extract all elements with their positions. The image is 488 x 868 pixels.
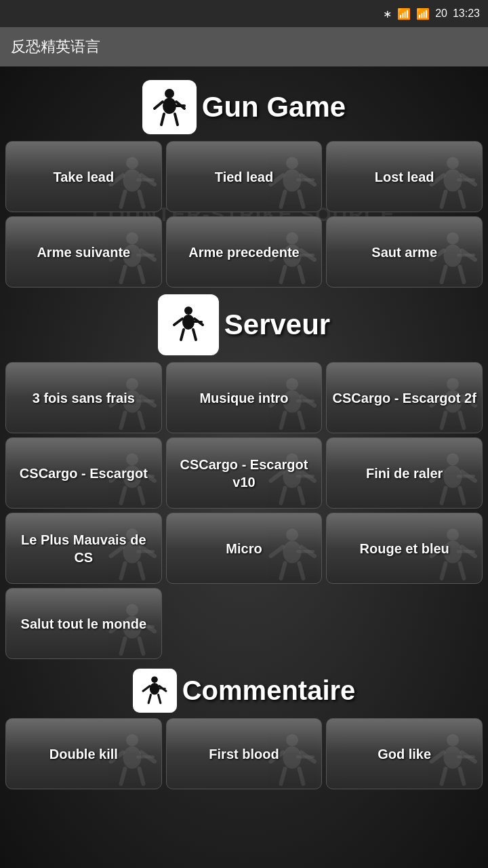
cscargo-2f-button[interactable]: CSCargo - Escargot 2f bbox=[326, 362, 483, 433]
svg-line-144 bbox=[281, 769, 285, 785]
gun-game-row1: Take lead Tied lead bbox=[5, 141, 483, 212]
saut-arme-label: Saut arme bbox=[366, 238, 443, 267]
first-blood-label: First blood bbox=[203, 740, 284, 768]
svg-line-32 bbox=[121, 267, 125, 283]
svg-rect-139 bbox=[136, 755, 155, 759]
svg-rect-146 bbox=[296, 755, 314, 759]
cscargo-v10-label: CSCargo - Escargot v10 bbox=[167, 450, 322, 496]
bluetooth-icon: ∗ bbox=[383, 7, 392, 20]
svg-line-47 bbox=[460, 267, 464, 283]
gun-game-header: Gun Game bbox=[5, 80, 483, 134]
gun-game-title: Gun Game bbox=[202, 91, 346, 123]
salut-tout-button[interactable]: Salut tout le monde bbox=[5, 588, 162, 659]
commentaire-header: Commentaire bbox=[5, 669, 483, 713]
svg-line-74 bbox=[442, 413, 446, 429]
commentaire-row1: Double kill First blood bbox=[5, 718, 483, 789]
svg-rect-13 bbox=[136, 178, 155, 182]
commentaire-title: Commentaire bbox=[182, 675, 356, 706]
svg-rect-118 bbox=[457, 550, 475, 553]
cscargo-escargot-label: CSCargo - Escargot bbox=[14, 459, 153, 488]
main-content: Gun Game COUNTER-STRIKE SOURCE Take lead bbox=[0, 66, 488, 868]
svg-line-26 bbox=[460, 192, 464, 208]
svg-line-60 bbox=[121, 413, 125, 429]
arme-precedente-button[interactable]: Arme precedente bbox=[166, 216, 323, 288]
svg-rect-111 bbox=[296, 550, 314, 553]
take-lead-button[interactable]: Take lead bbox=[5, 141, 162, 212]
svg-point-105 bbox=[286, 529, 298, 541]
svg-line-40 bbox=[300, 267, 304, 283]
svg-point-91 bbox=[447, 454, 459, 466]
musique-intro-button[interactable]: Musique intro bbox=[166, 362, 323, 433]
trois-fois-label: 3 fois sans frais bbox=[27, 384, 140, 412]
battery-level: 20 bbox=[435, 7, 447, 20]
svg-line-75 bbox=[460, 413, 464, 429]
le-plus-mauvais-label: Le Plus Mauvais de CS bbox=[6, 526, 161, 572]
god-like-button[interactable]: God like bbox=[326, 718, 483, 789]
micro-button[interactable]: Micro bbox=[166, 513, 323, 584]
svg-point-7 bbox=[126, 157, 138, 170]
svg-line-46 bbox=[442, 267, 446, 283]
svg-rect-27 bbox=[457, 178, 475, 182]
svg-line-138 bbox=[139, 769, 143, 785]
svg-rect-6 bbox=[172, 104, 186, 107]
cscargo-v10-button[interactable]: CSCargo - Escargot v10 bbox=[166, 437, 323, 509]
svg-line-25 bbox=[442, 192, 446, 208]
svg-rect-69 bbox=[296, 399, 314, 403]
commentaire-icon bbox=[133, 669, 177, 713]
svg-line-116 bbox=[442, 564, 446, 579]
svg-line-145 bbox=[300, 769, 304, 785]
le-plus-mauvais-button[interactable]: Le Plus Mauvais de CS bbox=[5, 513, 162, 584]
rouge-et-bleu-button[interactable]: Rouge et bleu bbox=[326, 513, 483, 584]
tied-lead-button[interactable]: Tied lead bbox=[166, 141, 323, 212]
arme-suivante-button[interactable]: Arme suivante bbox=[5, 216, 162, 288]
serveur-header: Serveur bbox=[5, 294, 483, 355]
svg-line-39 bbox=[281, 267, 285, 283]
trois-fois-button[interactable]: 3 fois sans frais bbox=[5, 362, 162, 433]
svg-rect-153 bbox=[457, 755, 475, 759]
saut-arme-button[interactable]: Saut arme bbox=[326, 216, 483, 288]
arme-precedente-label: Arme precedente bbox=[183, 238, 304, 267]
svg-rect-34 bbox=[136, 254, 155, 257]
musique-intro-label: Musique intro bbox=[194, 384, 293, 412]
svg-point-147 bbox=[447, 734, 459, 747]
first-blood-button[interactable]: First blood bbox=[166, 718, 323, 789]
svg-point-21 bbox=[447, 157, 459, 170]
rouge-et-bleu-label: Rouge et bleu bbox=[354, 534, 455, 563]
fini-de-raler-label: Fini de raler bbox=[361, 459, 448, 488]
svg-line-110 bbox=[300, 564, 304, 579]
svg-rect-97 bbox=[457, 475, 475, 478]
svg-line-82 bbox=[139, 488, 143, 504]
god-like-label: God like bbox=[372, 740, 436, 768]
serveur-row4: Salut tout le monde bbox=[5, 588, 483, 659]
svg-line-107 bbox=[271, 547, 283, 557]
gun-game-icon bbox=[142, 80, 197, 134]
svg-line-109 bbox=[281, 564, 285, 579]
svg-line-130 bbox=[148, 694, 150, 703]
lost-lead-label: Lost lead bbox=[369, 163, 440, 191]
svg-point-42 bbox=[447, 233, 459, 245]
signal-icon: 📶 bbox=[416, 7, 430, 20]
cscargo-escargot-button[interactable]: CSCargo - Escargot bbox=[5, 437, 162, 509]
micro-label: Micro bbox=[220, 534, 267, 563]
svg-line-151 bbox=[442, 769, 446, 785]
serveur-icon bbox=[158, 294, 219, 355]
serveur-row2: CSCargo - Escargot CSCargo - Escargot v1… bbox=[5, 437, 483, 509]
svg-line-68 bbox=[300, 413, 304, 429]
fini-de-raler-button[interactable]: Fini de raler bbox=[326, 437, 483, 509]
svg-line-81 bbox=[121, 488, 125, 504]
svg-line-54 bbox=[193, 330, 196, 340]
take-lead-label: Take lead bbox=[47, 163, 119, 191]
arme-suivante-label: Arme suivante bbox=[31, 238, 136, 267]
svg-line-61 bbox=[139, 413, 143, 429]
lost-lead-button[interactable]: Lost lead bbox=[326, 141, 483, 212]
svg-line-152 bbox=[460, 769, 464, 785]
svg-line-11 bbox=[121, 192, 125, 208]
double-kill-button[interactable]: Double kill bbox=[5, 718, 162, 789]
svg-line-96 bbox=[460, 488, 464, 504]
svg-line-4 bbox=[161, 114, 164, 125]
svg-line-131 bbox=[159, 694, 161, 703]
svg-line-117 bbox=[460, 564, 464, 579]
serveur-title: Serveur bbox=[224, 309, 330, 341]
svg-line-19 bbox=[300, 192, 304, 208]
svg-line-12 bbox=[139, 192, 143, 208]
